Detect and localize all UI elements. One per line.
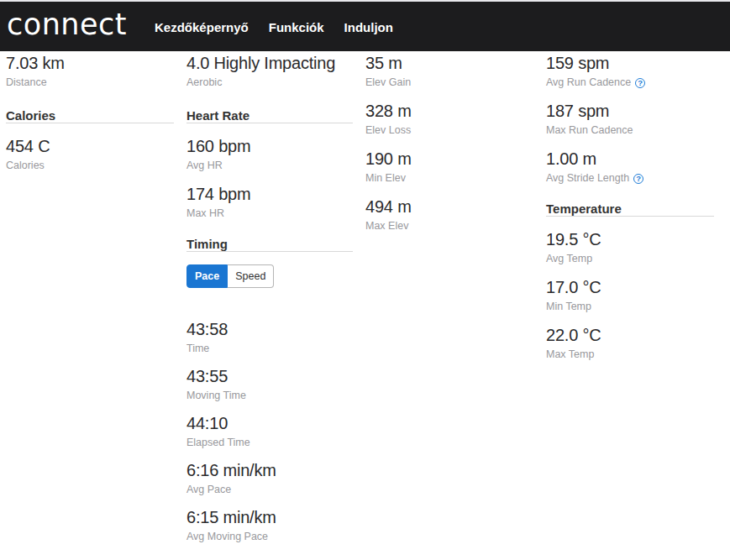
- metric-avg-moving-pace: 6:15 min/km Avg Moving Pace: [186, 507, 353, 545]
- min-temp-label: Min Temp: [546, 299, 714, 315]
- distance-label: Distance: [6, 75, 174, 91]
- column-elevation: 35 m Elev Gain 328 m Elev Loss 190 m Min…: [365, 53, 533, 554]
- avg-pace-label: Avg Pace: [186, 482, 353, 498]
- max-temp-value: 22.0 °C: [546, 325, 714, 346]
- avg-hr-label: Avg HR: [186, 158, 353, 174]
- time-value: 43:58: [186, 319, 353, 340]
- moving-time-value: 43:55: [186, 366, 353, 387]
- avg-hr-value: 160 bpm: [186, 136, 353, 157]
- avg-run-cadence-label: Avg Run Cadence ?: [546, 75, 714, 91]
- max-hr-label: Max HR: [186, 206, 353, 222]
- avg-pace-value: 6:16 min/km: [186, 460, 353, 481]
- avg-temp-label: Avg Temp: [546, 251, 714, 267]
- min-temp-value: 17.0 °C: [546, 277, 714, 298]
- moving-time-label: Moving Time: [186, 388, 353, 404]
- nav-item-features[interactable]: Funkciók: [269, 20, 324, 34]
- metric-avg-hr: 160 bpm Avg HR: [186, 136, 353, 174]
- metric-min-elev: 190 m Min Elev: [365, 149, 533, 186]
- avg-temp-value: 19.5 °C: [546, 229, 714, 250]
- pace-toggle-button[interactable]: Pace: [186, 264, 228, 288]
- metric-elev-loss: 328 m Elev Loss: [365, 101, 533, 139]
- training-effect-value: 4.0 Highly Impacting: [186, 53, 353, 74]
- metric-moving-time: 43:55 Moving Time: [186, 366, 353, 404]
- column-cadence-temperature: 159 spm Avg Run Cadence ? 187 spm Max Ru…: [546, 53, 714, 554]
- elev-gain-value: 35 m: [365, 53, 533, 74]
- nav-item-home[interactable]: Kezdőképernyő: [155, 20, 249, 34]
- help-icon[interactable]: ?: [633, 174, 643, 184]
- metric-max-elev: 494 m Max Elev: [365, 196, 533, 234]
- avg-stride-length-value: 1.00 m: [546, 149, 714, 170]
- metric-avg-pace: 6:16 min/km Avg Pace: [186, 460, 353, 498]
- avg-run-cadence-value: 159 spm: [546, 53, 714, 74]
- timing-section-header: Timing: [186, 238, 353, 252]
- column-heart-rate-timing: 4.0 Highly Impacting Aerobic Heart Rate …: [186, 53, 353, 554]
- max-hr-value: 174 bpm: [186, 184, 353, 205]
- metric-calories: 454 C Calories: [6, 136, 174, 174]
- metric-max-hr: 174 bpm Max HR: [186, 184, 353, 222]
- distance-value: 7.03 km: [6, 53, 174, 74]
- help-icon[interactable]: ?: [635, 78, 645, 88]
- max-run-cadence-value: 187 spm: [546, 101, 714, 122]
- main-nav: Kezdőképernyő Funkciók Induljon: [155, 20, 393, 34]
- metric-max-run-cadence: 187 spm Max Run Cadence: [546, 101, 714, 139]
- pace-speed-toggle: Pace Speed: [186, 264, 274, 288]
- time-label: Time: [186, 341, 353, 357]
- elapsed-time-value: 44:10: [186, 413, 353, 434]
- elev-loss-value: 328 m: [365, 101, 533, 122]
- metric-elev-gain: 35 m Elev Gain: [365, 53, 533, 91]
- elev-gain-label: Elev Gain: [365, 75, 533, 91]
- min-elev-value: 190 m: [365, 149, 533, 170]
- metric-avg-run-cadence: 159 spm Avg Run Cadence ?: [546, 53, 714, 91]
- min-elev-label: Min Elev: [365, 170, 533, 186]
- elev-loss-label: Elev Loss: [365, 123, 533, 139]
- training-effect-label: Aerobic: [186, 75, 353, 91]
- temperature-section-header: Temperature: [546, 202, 714, 217]
- avg-stride-length-label-text: Avg Stride Length: [546, 170, 629, 186]
- max-run-cadence-label: Max Run Cadence: [546, 123, 714, 139]
- calories-label: Calories: [6, 158, 174, 174]
- activity-stats: 7.03 km Distance Calories 454 C Calories…: [0, 51, 730, 554]
- elapsed-time-label: Elapsed Time: [186, 435, 353, 451]
- avg-stride-length-label: Avg Stride Length ?: [546, 170, 714, 186]
- avg-moving-pace-value: 6:15 min/km: [186, 507, 353, 528]
- nav-item-get-started[interactable]: Induljon: [344, 20, 393, 34]
- max-elev-value: 494 m: [365, 196, 533, 217]
- metric-distance: 7.03 km Distance: [6, 53, 174, 91]
- avg-run-cadence-label-text: Avg Run Cadence: [546, 75, 631, 91]
- metric-time: 43:58 Time: [186, 319, 353, 357]
- garmin-connect-logo[interactable]: connect: [7, 10, 127, 39]
- metric-max-temp: 22.0 °C Max Temp: [546, 325, 714, 363]
- metric-avg-stride-length: 1.00 m Avg Stride Length ?: [546, 149, 714, 186]
- calories-value: 454 C: [6, 136, 174, 157]
- max-elev-label: Max Elev: [365, 218, 533, 234]
- column-distance-calories: 7.03 km Distance Calories 454 C Calories: [6, 53, 174, 554]
- metric-elapsed-time: 44:10 Elapsed Time: [186, 413, 353, 451]
- metric-avg-temp: 19.5 °C Avg Temp: [546, 229, 714, 267]
- metric-min-temp: 17.0 °C Min Temp: [546, 277, 714, 315]
- navbar: connect Kezdőképernyő Funkciók Induljon: [0, 2, 730, 51]
- heart-rate-section-header: Heart Rate: [186, 109, 353, 123]
- speed-toggle-button[interactable]: Speed: [228, 264, 274, 288]
- max-temp-label: Max Temp: [546, 347, 714, 363]
- metric-training-effect: 4.0 Highly Impacting Aerobic: [186, 53, 353, 91]
- avg-moving-pace-label: Avg Moving Pace: [186, 529, 353, 545]
- calories-section-header: Calories: [6, 109, 174, 123]
